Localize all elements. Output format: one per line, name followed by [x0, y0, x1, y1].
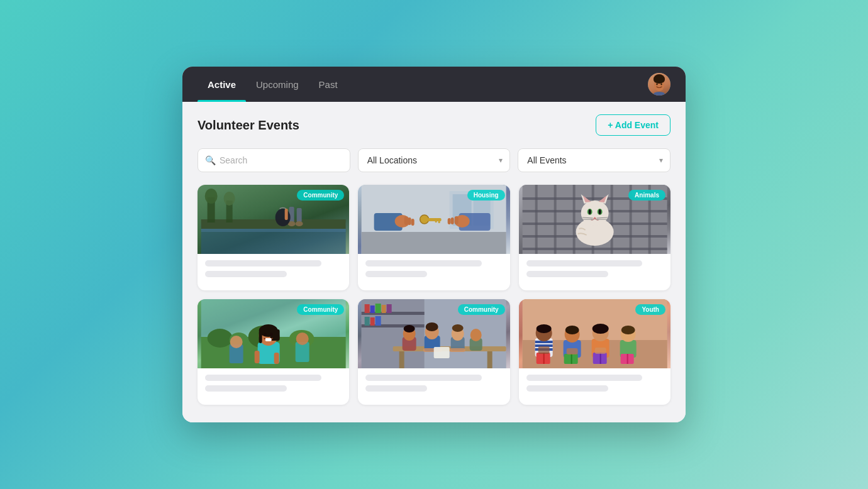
nav-bar: Active Upcoming Past	[182, 67, 686, 102]
svg-point-102	[426, 322, 438, 331]
page-title: Volunteer Events	[198, 118, 299, 133]
svg-rect-95	[370, 317, 375, 326]
svg-rect-27	[411, 219, 415, 226]
card-line-sub-2	[365, 271, 427, 277]
event-card-3[interactable]: Animals	[519, 185, 670, 290]
svg-point-121	[536, 324, 551, 333]
event-card-4[interactable]: Community	[198, 299, 349, 405]
content-header: Volunteer Events + Add Event	[198, 114, 670, 136]
svg-rect-22	[362, 232, 506, 254]
svg-point-105	[404, 325, 415, 332]
tab-past[interactable]: Past	[309, 67, 348, 102]
search-icon: 🔍	[205, 155, 216, 165]
svg-point-16	[275, 209, 291, 226]
tab-upcoming[interactable]: Upcoming	[246, 67, 309, 102]
card-image-2: Housing	[358, 185, 509, 254]
svg-rect-89	[370, 305, 375, 313]
active-tab-indicator	[198, 100, 246, 102]
svg-point-67	[208, 329, 233, 348]
event-card-6[interactable]: Youth	[519, 299, 670, 405]
svg-rect-44	[554, 185, 556, 254]
tab-active[interactable]: Active	[198, 67, 246, 102]
card-body-1	[198, 254, 349, 290]
svg-point-77	[264, 333, 267, 336]
svg-point-80	[230, 336, 243, 348]
content-area: Volunteer Events + Add Event 🔍 All Locat…	[182, 102, 686, 422]
svg-point-15	[296, 221, 303, 226]
svg-point-51	[581, 201, 608, 226]
card-line-title-2	[365, 260, 482, 266]
events-select-wrap: All Events ▾	[518, 148, 670, 172]
svg-rect-35	[451, 217, 454, 224]
card-line-sub-3	[526, 271, 608, 277]
svg-rect-96	[376, 316, 381, 326]
svg-rect-45	[572, 185, 575, 254]
svg-rect-43	[535, 185, 537, 254]
svg-point-58	[588, 209, 591, 214]
svg-rect-91	[382, 305, 386, 313]
svg-rect-30	[438, 218, 440, 223]
svg-rect-42	[522, 248, 667, 250]
card-body-3	[519, 254, 670, 290]
card-line-sub-5	[365, 385, 427, 392]
search-input[interactable]	[198, 148, 350, 172]
card-body-2	[358, 254, 509, 290]
card-line-sub-6	[526, 385, 608, 392]
avatar[interactable]	[648, 73, 670, 96]
svg-point-28	[420, 215, 429, 224]
card-badge-1: Community	[297, 190, 344, 201]
svg-rect-128	[570, 354, 572, 364]
svg-rect-25	[404, 216, 408, 225]
svg-rect-133	[599, 353, 601, 364]
svg-rect-113	[434, 347, 450, 358]
add-event-button[interactable]: + Add Event	[596, 114, 670, 136]
locations-select[interactable]: All Locations	[358, 148, 511, 172]
card-line-sub-1	[205, 271, 287, 277]
card-line-title-5	[365, 375, 482, 381]
svg-point-136	[621, 326, 635, 334]
app-window: Active Upcoming Past	[182, 67, 686, 422]
svg-rect-98	[399, 351, 404, 368]
card-badge-6: Youth	[635, 304, 665, 315]
svg-point-9	[205, 189, 218, 204]
svg-rect-31	[435, 218, 437, 223]
event-card-5[interactable]: Community	[358, 299, 509, 405]
locations-select-wrap: All Locations ▾	[358, 148, 511, 172]
svg-rect-13	[297, 208, 302, 223]
svg-point-2	[656, 84, 657, 85]
svg-point-78	[270, 333, 273, 336]
cards-grid: Community	[198, 185, 670, 405]
svg-rect-92	[387, 304, 392, 313]
card-body-4	[198, 368, 349, 405]
card-line-title-3	[526, 260, 643, 266]
svg-rect-88	[365, 304, 370, 313]
card-badge-3: Animals	[628, 190, 665, 201]
card-line-title-6	[526, 375, 643, 381]
card-body-6	[519, 368, 670, 405]
svg-rect-99	[487, 351, 492, 368]
svg-point-131	[592, 324, 608, 334]
svg-point-126	[565, 326, 579, 334]
svg-rect-84	[274, 353, 279, 364]
card-badge-2: Housing	[467, 190, 505, 201]
card-badge-4: Community	[297, 304, 344, 315]
svg-rect-7	[201, 219, 346, 229]
svg-rect-139	[538, 346, 549, 354]
svg-rect-138	[626, 354, 628, 364]
svg-rect-74	[259, 331, 262, 343]
svg-rect-26	[408, 217, 411, 225]
svg-rect-140	[566, 348, 577, 354]
events-select[interactable]: All Events	[518, 148, 670, 172]
search-wrap: 🔍	[198, 148, 350, 172]
svg-point-3	[660, 84, 662, 85]
svg-point-4	[654, 75, 665, 84]
event-card-1[interactable]: Community	[198, 185, 349, 290]
svg-rect-94	[365, 317, 370, 326]
card-line-sub-4	[205, 385, 287, 392]
event-card-2[interactable]: Housing	[358, 185, 509, 290]
svg-rect-112	[450, 348, 465, 352]
svg-rect-17	[285, 209, 288, 220]
card-line-title-4	[205, 375, 321, 381]
card-body-5	[358, 368, 509, 405]
svg-rect-47	[610, 185, 613, 254]
